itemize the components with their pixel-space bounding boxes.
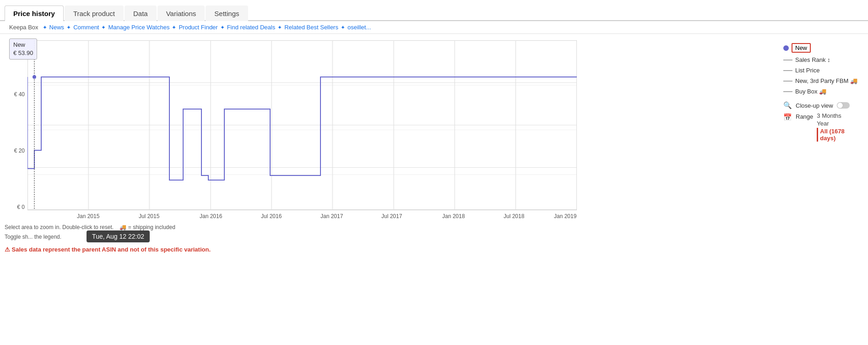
tab-data[interactable]: Data xyxy=(125,5,157,21)
main-content: New € 53.90 € 40 € 20 € 0 xyxy=(0,34,868,220)
legend-buy-box[interactable]: Buy Box 🚚 xyxy=(783,88,861,95)
sep6: ✦ xyxy=(277,24,282,31)
sub-link-related-best-sellers[interactable]: Related Best Sellers xyxy=(284,24,338,31)
sep4: ✦ xyxy=(172,24,176,31)
instruction2: 🚚 = shipping included xyxy=(119,224,175,230)
sub-link-manage-price-watches[interactable]: Manage Price Watches xyxy=(108,24,169,31)
sep7: ✦ xyxy=(341,24,345,31)
range-options: 3 Months Year All (1678 days) xyxy=(817,112,861,142)
svg-text:Jul 2017: Jul 2017 xyxy=(381,213,402,219)
closeup-label: Close-up view xyxy=(796,102,833,109)
closeup-section: 🔍 Close-up view 📅 Range 3 Months Year Al… xyxy=(783,101,861,142)
legend-sales-rank[interactable]: Sales Rank ↕ xyxy=(783,56,861,63)
tabs-row: Price history Track product Data Variati… xyxy=(0,5,868,21)
legend-3rd-party-dash xyxy=(783,81,792,82)
svg-text:Jan 2017: Jan 2017 xyxy=(320,213,343,219)
y-label-0: € 0 xyxy=(17,204,25,210)
tooltip-label: New xyxy=(13,41,33,49)
legend-panel: New Sales Rank ↕ List Price New, 3rd Par… xyxy=(776,38,868,220)
svg-text:Jul 2015: Jul 2015 xyxy=(139,213,160,219)
chart-area[interactable]: New € 53.90 € 40 € 20 € 0 xyxy=(5,38,776,220)
closeup-row[interactable]: 🔍 Close-up view xyxy=(783,101,861,110)
legend-3rd-party-label: New, 3rd Party FBM 🚚 xyxy=(795,77,857,84)
svg-text:Jul 2018: Jul 2018 xyxy=(504,213,525,219)
sub-links-row: Keepa Box ✦ News ✦ Comment ✦ Manage Pric… xyxy=(0,21,868,34)
search-icon: 🔍 xyxy=(783,101,792,110)
legend-list-price-dash xyxy=(783,70,792,71)
instruction3: Toggle sh... the legend. xyxy=(5,234,61,240)
y-axis: € 40 € 20 € 0 xyxy=(5,40,27,220)
legend-3rd-party[interactable]: New, 3rd Party FBM 🚚 xyxy=(783,77,861,84)
price-chart-svg[interactable]: Jan 2015 Jul 2015 Jan 2016 Jul 2016 Jan … xyxy=(27,40,577,219)
chart-svg-container[interactable]: Jan 2015 Jul 2015 Jan 2016 Jul 2016 Jan … xyxy=(27,40,776,220)
sep1: ✦ xyxy=(43,24,47,31)
toggle-knob xyxy=(837,103,843,108)
tab-variations[interactable]: Variations xyxy=(157,5,205,21)
range-3months[interactable]: 3 Months xyxy=(817,112,861,119)
bottom-bar: Select area to zoom in. Double-click to … xyxy=(0,220,868,244)
svg-point-27 xyxy=(33,75,36,79)
y-label-40: € 40 xyxy=(14,91,25,98)
legend-new-item[interactable]: New xyxy=(783,43,861,53)
legend-sales-rank-label: Sales Rank ↕ xyxy=(795,56,830,63)
tab-price-history[interactable]: Price history xyxy=(5,5,64,21)
sub-link-news[interactable]: News xyxy=(49,24,65,31)
svg-text:Jan 2019: Jan 2019 xyxy=(554,213,577,219)
range-row: 📅 Range 3 Months Year All (1678 days) xyxy=(783,112,861,142)
legend-sales-rank-dash xyxy=(783,60,792,60)
warning-bar: ⚠ Sales data represent the parent ASIN a… xyxy=(0,244,868,255)
sep3: ✦ xyxy=(101,24,106,31)
legend-new-label: New xyxy=(792,43,811,53)
svg-text:Jul 2016: Jul 2016 xyxy=(261,213,282,219)
range-label: Range xyxy=(796,113,813,120)
sep2: ✦ xyxy=(66,24,71,31)
y-label-20: € 20 xyxy=(14,148,25,154)
closeup-toggle[interactable] xyxy=(837,102,850,109)
sub-link-find-deals[interactable]: Find related Deals xyxy=(227,24,276,31)
tab-track-product[interactable]: Track product xyxy=(65,5,124,21)
sub-link-product-finder[interactable]: Product Finder xyxy=(179,24,217,31)
legend-buy-box-dash xyxy=(783,91,792,92)
warning-text: ⚠ Sales data represent the parent ASIN a… xyxy=(5,246,211,253)
instruction1: Select area to zoom in. Double-click to … xyxy=(5,224,114,230)
sub-link-oseillet[interactable]: oseillet... xyxy=(347,24,371,31)
svg-text:Jan 2018: Jan 2018 xyxy=(442,213,465,219)
sub-link-comment[interactable]: Comment xyxy=(73,24,99,31)
page-wrapper: Price history Track product Data Variati… xyxy=(0,0,868,345)
legend-list-price[interactable]: List Price xyxy=(783,67,861,74)
chart-tooltip: New € 53.90 xyxy=(9,38,37,60)
tooltip-price: € 53.90 xyxy=(13,49,33,57)
calendar-icon: 📅 xyxy=(783,113,792,121)
svg-text:Jan 2016: Jan 2016 xyxy=(200,213,222,219)
sep5: ✦ xyxy=(220,24,225,31)
range-all[interactable]: All (1678 days) xyxy=(817,128,861,142)
legend-buy-box-label: Buy Box 🚚 xyxy=(795,88,826,95)
keepa-box-label: Keepa Box xyxy=(9,24,38,31)
svg-text:Jan 2015: Jan 2015 xyxy=(77,213,100,219)
range-year[interactable]: Year xyxy=(817,120,861,127)
legend-list-price-label: List Price xyxy=(795,67,819,74)
tab-settings[interactable]: Settings xyxy=(206,5,248,21)
legend-new-dot xyxy=(783,45,789,51)
datetime-tooltip: Tue, Aug 12 22:02 xyxy=(87,230,150,242)
